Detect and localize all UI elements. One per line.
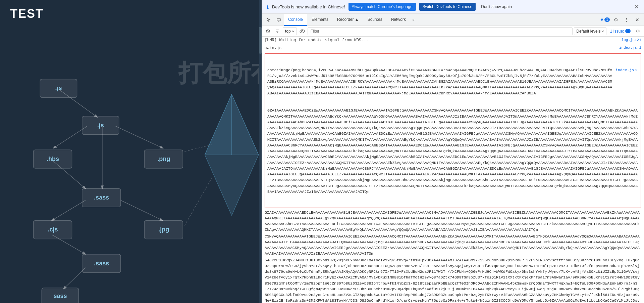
svg-rect-32	[277, 18, 280, 21]
svg-line-7	[52, 235, 85, 254]
svg-text:.jpg: .jpg	[158, 226, 169, 233]
continuation-line-3: 546YcP3lKVqxZJ4NHTzBul802bd1u/QxHjhXLx6v…	[262, 257, 644, 303]
console-line-hmr: [HMR] Waiting for update signal from WDS…	[262, 37, 644, 44]
tab-sources[interactable]: Sources	[364, 14, 386, 26]
svg-rect-13	[82, 116, 119, 135]
continuation-line-1: GZAIAAAAAAAAAAAAEDCiEwAAAAAAAAAAAAB1GJEA…	[262, 210, 644, 233]
close-devtools-button[interactable]: ✕	[633, 15, 642, 25]
svg-text:sass: sass	[53, 293, 67, 299]
left-scrollbar[interactable]	[259, 0, 262, 303]
svg-line-2	[116, 126, 163, 148]
inspect-element-button[interactable]	[264, 15, 273, 25]
svg-line-1	[53, 126, 87, 148]
settings-button[interactable]: ⚙	[611, 15, 621, 25]
svg-line-10	[184, 178, 211, 225]
tab-network[interactable]: Network	[387, 14, 410, 26]
chinese-text: 打包所有	[178, 57, 262, 89]
continuation-line-2: CSMyAQAAAAAAAAAAAAIGEEJgAAAAAAAAAAAAICEE…	[262, 233, 644, 257]
svg-rect-11	[40, 79, 77, 97]
eye-button[interactable]	[298, 27, 306, 35]
banner-message: DevTools is now available in Chinese!	[272, 4, 345, 9]
data-long-text: GZAIAAAAAAAAAAAAEDCiEwAAAAAAAAAAAAB1GJEA…	[267, 107, 639, 194]
svg-text:.hbs: .hbs	[47, 156, 59, 162]
issue-badge: 1	[625, 29, 631, 33]
device-icon	[276, 17, 281, 22]
left-panel: TEST 打包所有	[0, 0, 262, 303]
svg-line-6	[121, 200, 163, 220]
device-toolbar-button[interactable]	[274, 15, 283, 25]
clear-console-button[interactable]	[264, 27, 272, 35]
svg-text:.png: .png	[157, 156, 170, 162]
svg-line-4	[52, 160, 85, 188]
svg-text:.sass: .sass	[94, 194, 109, 201]
context-label: top	[285, 29, 291, 34]
data-source-link[interactable]: index.js:8	[615, 67, 639, 96]
levels-chevron-icon	[601, 30, 604, 33]
svg-rect-23	[144, 220, 183, 239]
svg-rect-19	[82, 188, 121, 207]
more-options-button[interactable]: ⋮	[622, 15, 631, 25]
context-selector[interactable]: top	[283, 27, 297, 35]
svg-text:.js: .js	[97, 122, 104, 129]
cursor-icon	[266, 17, 271, 22]
console-output[interactable]: [HMR] Waiting for update signal from WDS…	[262, 37, 644, 303]
console-line-main: main.js index.js:1	[262, 44, 644, 52]
tab-console-label: Console	[288, 17, 303, 22]
diagram-area: 打包所有	[0, 27, 262, 303]
log-levels-label: Default levels	[576, 29, 600, 34]
chat-icon	[600, 17, 603, 22]
filter-icon	[275, 29, 280, 34]
devtools-tabs: Console Elements Recorder ▲ Sources Netw…	[262, 14, 644, 26]
tab-elements[interactable]: Elements	[308, 14, 332, 26]
svg-rect-27	[42, 288, 78, 303]
data-block: data:image/png;base64,iVBORw0KGoAAAANSUh…	[265, 53, 641, 208]
svg-line-5	[52, 200, 85, 220]
tab-recorder[interactable]: Recorder ▲	[333, 14, 363, 26]
main-text: main.js	[265, 45, 616, 51]
svg-text:.js: .js	[55, 85, 62, 91]
main-source[interactable]: index.js:1	[619, 45, 641, 51]
svg-point-37	[301, 30, 303, 32]
svg-line-35	[267, 30, 269, 32]
close-button[interactable]: ✕	[634, 3, 639, 10]
data-text: data:image/png;base64,iVBORw0KGoAAAANSUh…	[267, 67, 613, 96]
tab-sources-label: Sources	[368, 17, 382, 22]
data-first-line: data:image/png;base64,iVBORw0KGoAAAANSUh…	[267, 67, 639, 96]
svg-rect-17	[144, 150, 183, 168]
console-toolbar: top Default levels 1 Issue: 1 ⚙	[262, 26, 644, 37]
svg-line-8	[64, 268, 86, 289]
devtools-banner: ℹ DevTools is now available in Chinese! …	[262, 0, 644, 14]
chevron-down-icon	[292, 30, 294, 33]
settings-console-button[interactable]	[273, 27, 281, 35]
page-title: TEST	[0, 0, 262, 28]
feedback-badge: 1	[604, 17, 610, 22]
tab-elements-label: Elements	[312, 17, 328, 22]
tab-right-icons: 1 ⚙ ⋮ ✕	[600, 15, 642, 25]
svg-text:.sass: .sass	[94, 260, 109, 267]
filter-input[interactable]	[308, 27, 573, 35]
svg-rect-33	[278, 21, 279, 21]
scrollbar-thumb[interactable]	[259, 27, 262, 54]
console-settings-button[interactable]: ⚙	[634, 27, 642, 35]
svg-rect-15	[33, 150, 72, 168]
log-levels-selector[interactable]: Default levels	[574, 27, 606, 35]
svg-marker-29	[205, 94, 259, 215]
svg-rect-21	[33, 220, 72, 239]
tab-recorder-label: Recorder ▲	[337, 17, 359, 22]
more-tabs-button[interactable]: »	[411, 18, 417, 22]
match-language-button[interactable]: Always match Chrome's language	[348, 3, 416, 11]
tab-console[interactable]: Console	[284, 14, 307, 26]
svg-rect-25	[82, 254, 121, 273]
feedback-button[interactable]: 1	[600, 15, 610, 25]
dismiss-button[interactable]: Don't show again	[479, 3, 514, 11]
svg-line-9	[184, 145, 211, 152]
issues-count[interactable]: 1 Issue: 1	[608, 29, 633, 34]
hmr-source[interactable]: log.js:24	[622, 37, 641, 43]
eye-icon	[300, 29, 305, 33]
devtools-panel: ℹ DevTools is now available in Chinese! …	[262, 0, 644, 303]
svg-text:.cjs: .cjs	[48, 226, 58, 233]
svg-point-36	[300, 30, 305, 33]
svg-marker-31	[205, 94, 232, 155]
svg-line-0	[58, 89, 97, 117]
switch-language-button[interactable]: Switch DevTools to Chinese	[419, 3, 476, 11]
